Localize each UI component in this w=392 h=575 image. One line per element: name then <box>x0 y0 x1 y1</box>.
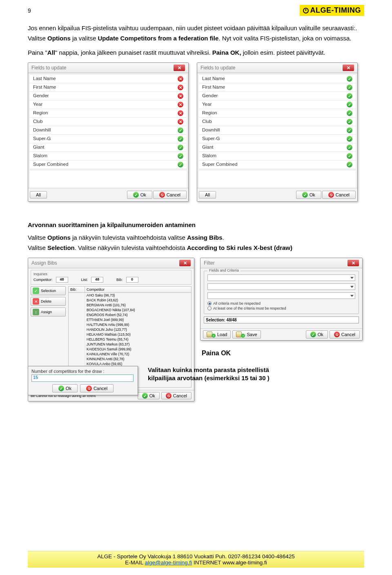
cross-icon: ✕ <box>178 110 183 116</box>
criteria-select-3[interactable] <box>207 292 355 299</box>
ok-button[interactable]: ✓Ok <box>52 384 78 392</box>
cancel-button[interactable]: ⦸Cancel <box>330 330 360 339</box>
cancel-button[interactable]: ⦸Cancel <box>153 191 187 199</box>
table-row[interactable]: HALTTUNEN Arttu (999,99) <box>69 322 191 327</box>
page-number: 9 <box>28 7 31 14</box>
field-row[interactable]: Downhill✓ <box>199 126 356 135</box>
ok-button[interactable]: ✓Ok <box>306 330 328 339</box>
check-icon: ✓ <box>58 386 64 391</box>
table-row[interactable]: HANDOLIN Juho (123,77) <box>69 327 191 332</box>
cross-icon: ✕ <box>178 93 183 99</box>
radio-all-criteria[interactable]: All criteria must be respected <box>207 301 355 305</box>
check-icon: ✓ <box>347 119 352 125</box>
field-row[interactable]: Region✓ <box>199 109 356 118</box>
list-input[interactable]: 48 <box>91 277 103 283</box>
field-row[interactable]: Super Combined✓ <box>199 160 356 169</box>
field-row[interactable]: Giant✓ <box>30 143 187 152</box>
field-row[interactable]: First Name✕ <box>30 83 187 92</box>
close-icon[interactable]: ✕ <box>343 65 354 71</box>
table-row[interactable]: BERGMAN Antti (101,76) <box>69 303 191 308</box>
table-row[interactable]: HELKAMO Mathias (115,50) <box>69 332 191 337</box>
col-competitor[interactable]: Competitor <box>85 287 191 292</box>
close-icon[interactable]: ✕ <box>179 260 191 266</box>
field-row[interactable]: Giant✓ <box>199 143 356 152</box>
all-button[interactable]: All <box>199 191 216 198</box>
table-row[interactable]: KAIDESOJA Samuli (999,99) <box>69 347 191 352</box>
save-button[interactable]: +Save <box>232 330 261 339</box>
field-list-right: Last Name✓First Name✓Gender✓Year✓Region✓… <box>199 75 356 169</box>
numcomp-input[interactable]: 15 <box>31 374 134 382</box>
logo-text: ALGE-TIMING <box>310 6 361 15</box>
num-competitors-dialog: Number of competitors for the draw : 15 … <box>28 366 138 395</box>
delete-button[interactable]: ✕Delete <box>31 297 66 306</box>
fields-to-update-dialog-right: Fields to update ✕ Last Name✓First Name✓… <box>197 62 358 202</box>
filter-footer: +Load +Save ✓Ok ⦸Cancel <box>200 328 362 340</box>
assign-icon: ↕ <box>33 309 39 315</box>
field-row[interactable]: Slalom✓ <box>30 152 187 160</box>
assign-button[interactable]: ↕Assign <box>31 308 66 316</box>
footer-email-link[interactable]: alge@alge-timing.fi <box>145 559 192 566</box>
field-row[interactable]: Year✓ <box>199 100 356 109</box>
numcomp-label: Number of competitors for the draw : <box>31 369 134 374</box>
col-bib[interactable]: Bib: <box>69 287 85 292</box>
field-row[interactable]: Club✕ <box>30 118 187 126</box>
field-row[interactable]: Gender✕ <box>30 92 187 100</box>
table-row[interactable]: BACK Robin (43,62) <box>69 298 191 303</box>
dialog-title-bar: Fields to update ✕ <box>197 63 357 73</box>
table-row[interactable]: ENGROOS Robert (52,74) <box>69 312 191 317</box>
plus-icon: + <box>241 334 245 338</box>
ok-button[interactable]: ✓Ok <box>138 392 160 399</box>
intro-paragraph-1: Jos ennen kilpailua FIS-pistelista vaiht… <box>28 24 364 32</box>
table-row[interactable]: KINNUNEN Antti (82,78) <box>69 357 191 361</box>
table-row[interactable]: JUNTUNEN Markus (83,37) <box>69 342 191 347</box>
table-row[interactable]: HELLBERG Teemu (55,74) <box>69 337 191 342</box>
criteria-select-2[interactable] <box>207 283 355 290</box>
field-row[interactable]: Downhill✓ <box>30 126 187 135</box>
close-icon[interactable]: ✕ <box>347 260 359 266</box>
field-row[interactable]: First Name✓ <box>199 83 356 92</box>
table-row[interactable]: AHO Saku (96,73) <box>69 293 191 298</box>
table-row[interactable]: ETTANEN Joel (999,99) <box>69 317 191 322</box>
check-icon: ✓ <box>347 145 352 150</box>
table-row[interactable]: KAINULAINEN Ville (70,72) <box>69 352 191 357</box>
selection-count: Selection: 48/48 <box>204 316 359 323</box>
radio-one-criteria[interactable]: At least one of the criteria must be res… <box>207 306 355 310</box>
cancel-button[interactable]: ⦸Cancel <box>161 392 192 399</box>
field-row[interactable]: Super-G✓ <box>30 135 187 143</box>
field-row[interactable]: Club✓ <box>199 118 356 126</box>
fields-to-update-dialog-left: Fields to update ✕ Last Name✕First Name✕… <box>28 62 189 202</box>
field-row[interactable]: Region✕ <box>30 109 187 118</box>
right-column: Filter ✕ Fields and Criteria All criteri… <box>200 258 364 395</box>
field-row[interactable]: Last Name✓ <box>199 75 356 83</box>
dialog-title-bar: Fields to update ✕ <box>28 63 188 73</box>
load-button[interactable]: +Load <box>203 330 231 339</box>
all-button[interactable]: All <box>30 191 47 198</box>
check-icon: ✓ <box>133 192 139 198</box>
field-row[interactable]: Slalom✓ <box>199 152 356 160</box>
intro-paragraph-3: Paina "All" nappia, jonka jälkeen punais… <box>28 48 364 57</box>
delete-icon: ✕ <box>33 298 39 305</box>
selection-button[interactable]: ✓Selection <box>31 286 66 295</box>
inquiries-box: Inquiries Competitor: 48 List: 48 Bib: 0 <box>31 270 192 285</box>
radio-icon <box>207 306 212 310</box>
field-row[interactable]: Super Combined✓ <box>30 160 187 169</box>
ok-button[interactable]: ✓Ok <box>296 191 321 199</box>
list-label: List: <box>81 278 88 282</box>
field-row[interactable]: Last Name✕ <box>30 75 187 83</box>
field-row[interactable]: Gender✓ <box>199 92 356 100</box>
chevron-down-icon <box>350 277 354 279</box>
bib-input[interactable]: 0 <box>126 277 138 283</box>
field-row[interactable]: Year✕ <box>30 100 187 109</box>
field-row[interactable]: Super-G✓ <box>199 135 356 143</box>
section-heading: Arvonnan suorittaminen ja kilpailunumero… <box>28 221 364 228</box>
competitor-input[interactable]: 48 <box>56 277 68 283</box>
field-list-left: Last Name✕First Name✕Gender✕Year✕Region✕… <box>30 75 187 169</box>
criteria-select-1[interactable] <box>207 274 355 281</box>
ok-button[interactable]: ✓Ok <box>127 191 152 199</box>
cancel-button[interactable]: ⦸Cancel <box>80 384 114 392</box>
dialog-title-bar: Assign Bibs ✕ <box>28 258 194 268</box>
filter-icon: ✓ <box>33 288 39 294</box>
close-icon[interactable]: ✕ <box>174 65 185 71</box>
table-row[interactable]: BOGACHENKO Nikita (107,84) <box>69 308 191 312</box>
cancel-button[interactable]: ⦸Cancel <box>322 191 356 199</box>
